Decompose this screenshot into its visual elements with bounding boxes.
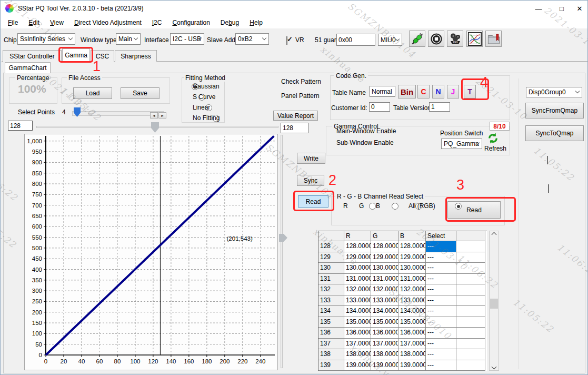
refresh-button[interactable] (487, 132, 499, 144)
table-cell[interactable]: 137 (318, 339, 344, 350)
disp-group-combo[interactable]: Disp0Group0 (526, 87, 582, 97)
menu-item-configuration[interactable]: Configuration (167, 17, 215, 28)
table-cell[interactable]: --- (426, 295, 456, 307)
table-cell[interactable]: 132.0000 (344, 284, 371, 295)
maximize-button[interactable]: □ (553, 1, 571, 16)
menu-item-edit[interactable]: Edit (23, 17, 45, 28)
table-row[interactable]: 136136.0000136.0000136.0000--- (318, 328, 487, 339)
codegen-c-button[interactable]: C (417, 85, 430, 98)
table-cell[interactable]: 135.0000 (371, 317, 398, 328)
table-scrollbar[interactable] (489, 231, 499, 371)
sync-from-qmap-button[interactable]: SyncFromQmap (525, 103, 584, 119)
table-cell[interactable]: --- (426, 317, 456, 328)
table-cell[interactable]: 139.0000 (398, 360, 426, 371)
scrollbar-thumb[interactable] (490, 299, 498, 309)
table-cell[interactable] (456, 317, 485, 328)
table-row[interactable]: 128128.0000128.0000128.0000--- (318, 241, 487, 252)
channel-radio-g[interactable] (392, 203, 398, 210)
sync-to-qmap-button[interactable]: SyncToQmap (525, 125, 584, 141)
table-cell[interactable]: --- (426, 241, 456, 252)
table-cell[interactable]: 129 (318, 252, 344, 263)
table-row[interactable]: 131131.0000131.0000131.0000--- (318, 274, 487, 285)
save-button[interactable]: Save (121, 87, 160, 99)
guard-value-input[interactable]: 0x00 (336, 34, 375, 46)
table-cell[interactable]: 138 (318, 349, 344, 360)
table-cell[interactable]: 131.0000 (344, 274, 371, 285)
table-cell[interactable]: 138.0000 (371, 349, 398, 360)
table-cell[interactable]: 137.0000 (398, 339, 426, 350)
table-cell[interactable]: 136.0000 (344, 328, 371, 339)
table-cell[interactable]: 138.0000 (344, 349, 371, 360)
table-cell[interactable]: --- (426, 284, 456, 295)
table-cell[interactable]: --- (426, 339, 456, 350)
menu-item-debug[interactable]: Debug (215, 17, 244, 28)
table-cell[interactable] (456, 339, 485, 350)
table-cell[interactable]: 135 (318, 317, 344, 328)
table-cell[interactable]: 137.0000 (371, 339, 398, 350)
table-cell[interactable]: 134.0000 (398, 306, 426, 317)
table-cell[interactable]: 130 (318, 263, 344, 274)
table-cell[interactable]: 131 (318, 274, 344, 285)
codegen-n-button[interactable]: N (432, 85, 444, 98)
table-cell[interactable] (456, 263, 485, 274)
table-cell[interactable]: 133.0000 (371, 295, 398, 307)
curves-button[interactable] (466, 31, 483, 47)
table-cell[interactable]: 133 (318, 295, 344, 307)
gamma-chart[interactable]: 0501001502002503003504004505005506006507… (25, 134, 277, 370)
table-cell[interactable]: 128.0000 (398, 241, 426, 252)
table-cell[interactable]: 132.0000 (398, 284, 426, 295)
codegen-j-button[interactable]: J (447, 85, 459, 98)
table-cell[interactable]: 131.0000 (371, 274, 398, 285)
table-cell[interactable]: 129.0000 (344, 252, 371, 263)
table-row[interactable]: 135135.0000135.0000135.0000--- (318, 317, 487, 328)
table-cell[interactable]: 128 (318, 241, 344, 252)
vr-checkbox[interactable] (286, 36, 287, 45)
table-cell[interactable] (456, 295, 485, 307)
table-cell[interactable]: 136.0000 (371, 328, 398, 339)
table-cell[interactable]: 130.0000 (398, 263, 426, 274)
table-cell[interactable]: 129.0000 (398, 252, 426, 263)
customer-id-input[interactable]: 0 (369, 102, 390, 112)
table-cell[interactable]: --- (426, 306, 456, 317)
menu-item-view[interactable]: View (45, 17, 69, 28)
spin-right-button[interactable]: ► (158, 112, 166, 119)
sync-button[interactable]: Sync (297, 175, 324, 186)
panel-pattern-checkbox[interactable] (548, 184, 549, 193)
table-cell[interactable]: 136.0000 (398, 328, 426, 339)
load-button[interactable]: Load (73, 87, 112, 99)
table-cell[interactable]: 129.0000 (371, 252, 398, 263)
miu-combo[interactable]: MIU0 (378, 34, 402, 46)
table-cell[interactable]: --- (426, 263, 456, 274)
table-version-input[interactable]: 1 (429, 102, 450, 112)
table-cell[interactable]: 139.0000 (371, 360, 398, 371)
save-project-button[interactable] (485, 31, 502, 47)
table-row[interactable]: 133133.0000133.0000133.0000--- (318, 295, 487, 307)
table-cell[interactable]: 134.0000 (371, 306, 398, 317)
table-cell[interactable]: 139.0000 (344, 360, 371, 371)
table-cell[interactable]: --- (426, 252, 456, 263)
table-cell[interactable] (456, 328, 485, 339)
table-cell[interactable] (456, 252, 485, 263)
table-row[interactable]: 138138.0000138.0000138.0000--- (318, 349, 487, 360)
table-cell[interactable]: 138.0000 (398, 349, 426, 360)
table-cell[interactable] (456, 274, 485, 285)
interface-combo[interactable]: I2C - USB (170, 33, 204, 45)
tab-sharpness[interactable]: Sharpness (115, 50, 157, 62)
scroll-down-button[interactable] (490, 362, 499, 370)
stop-button[interactable] (428, 31, 444, 47)
table-cell[interactable]: --- (426, 360, 456, 371)
table-cell[interactable] (456, 306, 485, 317)
index-input[interactable]: 128 (8, 121, 33, 131)
table-name-input[interactable]: Normal (370, 86, 395, 97)
window-type-combo[interactable]: Main (116, 33, 141, 45)
table-cell[interactable]: 137.0000 (344, 339, 371, 350)
table-cell[interactable]: 128.0000 (344, 241, 371, 252)
chart-y-slider-track[interactable] (281, 135, 283, 368)
tab-sstar-controller[interactable]: SStar Controller (3, 50, 62, 62)
table-cell[interactable]: 131.0000 (398, 274, 426, 285)
table-cell[interactable] (456, 360, 485, 371)
table-row[interactable]: 137137.0000137.0000137.0000--- (318, 339, 487, 350)
table-cell[interactable]: --- (426, 349, 456, 360)
scroll-up-button[interactable] (490, 231, 499, 240)
table-cell[interactable] (456, 241, 485, 252)
